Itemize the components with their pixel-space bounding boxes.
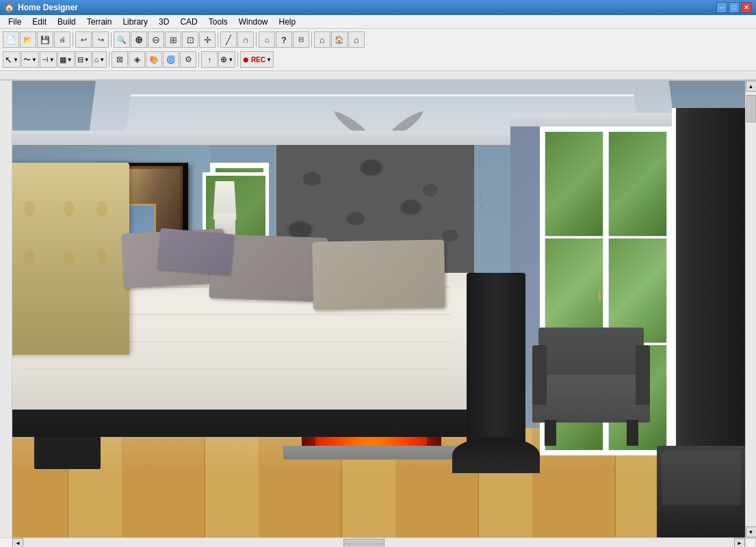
symbol-e-button[interactable]: ◈: [129, 51, 145, 68]
scene-cursor: [474, 195, 488, 209]
toolbar-secondary: ↖ ▼ 〜 ▼ ⊣ ▼ ▦ ▼ ⊟ ▼ ⌂ ▼: [3, 50, 753, 69]
texture-button[interactable]: 🌀: [163, 51, 179, 68]
symbol-g-button[interactable]: ⚙: [180, 51, 196, 68]
toolbar2-separator-1: [109, 52, 109, 67]
toolbar-primary: 📄 📂 💾 🖨 ↩ ↪ 🔍 ⊕ ⊖ ⊞ ⊡ ✛ ╱ ∩ ⌂ ? ⊟: [3, 30, 753, 49]
zoom-magnify-button[interactable]: 🔍: [114, 31, 130, 48]
minimize-button[interactable]: ─: [716, 2, 727, 13]
zoom-in-button[interactable]: ⊕: [131, 31, 147, 48]
menu-bar: File Edit Build Terrain Library 3D CAD T…: [0, 15, 756, 29]
pan-button[interactable]: ✛: [199, 31, 216, 48]
print-button[interactable]: 🖨: [54, 31, 70, 48]
scroll-thumb-horizontal[interactable]: [343, 539, 384, 547]
title-bar-left: 🏠 Home Designer: [4, 3, 78, 12]
roof-dropdown[interactable]: ⌂ ▼: [92, 51, 107, 68]
bed-foot-curve: [452, 437, 540, 473]
symbol-d-button[interactable]: ⊠: [112, 51, 128, 68]
open-button[interactable]: 📂: [20, 31, 36, 48]
dropdown-arrow-icon-8: ▼: [266, 57, 272, 63]
menu-tools[interactable]: Tools: [203, 16, 233, 28]
window-controls: ─ □ ✕: [716, 2, 752, 13]
toolbar-separator-2: [111, 32, 112, 47]
room-scene: [12, 81, 745, 537]
walls-dropdown[interactable]: ⊣ ▼: [40, 51, 57, 68]
house1-button[interactable]: ⌂: [314, 31, 330, 48]
scroll-up-button[interactable]: ▲: [746, 81, 757, 92]
menu-build[interactable]: Build: [52, 16, 81, 28]
draw-dropdown[interactable]: 〜 ▼: [21, 51, 39, 68]
symbol-i-dropdown[interactable]: ⊕ ▼: [218, 51, 235, 68]
draw-line-button[interactable]: ╱: [220, 31, 237, 48]
scroll-track-horizontal[interactable]: [23, 538, 734, 547]
armchair: [532, 328, 649, 446]
record-dropdown[interactable]: ⏺ REC ▼: [240, 51, 274, 68]
menu-3d[interactable]: 3D: [153, 16, 174, 28]
app-icon: 🏠: [4, 3, 14, 12]
help-button[interactable]: ?: [276, 31, 292, 48]
save-button[interactable]: 💾: [37, 31, 53, 48]
new-button[interactable]: 📄: [3, 31, 19, 48]
horizontal-scrollbar: ◄ ►: [0, 537, 756, 547]
chair-corner: [657, 446, 745, 537]
menu-terrain[interactable]: Terrain: [81, 16, 118, 28]
color-button[interactable]: 🎨: [146, 51, 162, 68]
stairs-dropdown[interactable]: ⊟ ▼: [75, 51, 92, 68]
fireplace-base: [283, 446, 473, 459]
view-b-button[interactable]: ⊟: [293, 31, 309, 48]
select-dropdown[interactable]: ↖ ▼: [3, 51, 21, 68]
scroll-down-button[interactable]: ▼: [746, 526, 757, 537]
menu-cad[interactable]: CAD: [174, 16, 203, 28]
dropdown-arrow-icon-2: ▼: [31, 57, 37, 63]
scroll-track-vertical[interactable]: [746, 92, 756, 526]
vertical-scrollbar[interactable]: ▲ ▼: [745, 81, 756, 537]
toolbar2-separator-3: [237, 52, 238, 67]
toolbar-area: 📄 📂 💾 🖨 ↩ ↪ 🔍 ⊕ ⊖ ⊞ ⊡ ✛ ╱ ∩ ⌂ ? ⊟: [0, 29, 756, 71]
pillow-3: [312, 239, 445, 310]
scroll-thumb-vertical[interactable]: [746, 95, 756, 122]
app-title: Home Designer: [18, 3, 78, 12]
undo-button[interactable]: ↩: [75, 31, 92, 48]
top-ruler: // ruler ticks rendered via CSS only - p…: [0, 71, 756, 81]
dropdown-arrow-icon-5: ▼: [84, 57, 90, 63]
maximize-button[interactable]: □: [729, 2, 740, 13]
menu-window[interactable]: Window: [233, 16, 274, 28]
left-ruler-strip: [0, 81, 12, 537]
scroll-left-button[interactable]: ◄: [12, 538, 23, 548]
plan-a-button[interactable]: ⌂: [259, 31, 275, 48]
pillow-4: [157, 228, 234, 276]
fit-button[interactable]: ⊞: [165, 31, 181, 48]
dropdown-arrow-icon: ▼: [13, 57, 18, 63]
bottom-right-corner: [745, 538, 756, 548]
dropdown-arrow-icon-3: ▼: [49, 57, 55, 63]
3d-viewport[interactable]: [12, 81, 745, 537]
toolbar-separator-5: [311, 32, 312, 47]
headboard: [12, 163, 129, 355]
rooms-dropdown[interactable]: ▦ ▼: [57, 51, 75, 68]
house2-button[interactable]: 🏠: [331, 31, 348, 48]
menu-edit[interactable]: Edit: [27, 16, 52, 28]
symbol-h-button[interactable]: ↑: [201, 51, 218, 68]
toolbar2-separator-2: [198, 52, 199, 67]
zoom-out-button[interactable]: ⊖: [148, 31, 164, 48]
main-area: ▲ ▼: [0, 81, 756, 537]
toolbar-separator-3: [218, 32, 218, 47]
scroll-right-button[interactable]: ►: [734, 538, 745, 548]
toolbar-separator-1: [73, 32, 73, 47]
menu-file[interactable]: File: [3, 16, 27, 28]
menu-library[interactable]: Library: [117, 16, 153, 28]
dropdown-arrow-icon-7: ▼: [228, 57, 233, 63]
dropdown-arrow-icon-6: ▼: [99, 57, 105, 63]
fit2-button[interactable]: ⊡: [182, 31, 198, 48]
draw-arc-button[interactable]: ∩: [237, 31, 254, 48]
toolbar-separator-4: [256, 32, 257, 47]
title-bar: 🏠 Home Designer ─ □ ✕: [0, 0, 756, 15]
menu-help[interactable]: Help: [273, 16, 301, 28]
redo-button[interactable]: ↪: [92, 31, 109, 48]
close-button[interactable]: ✕: [741, 2, 752, 13]
dropdown-arrow-icon-4: ▼: [67, 57, 73, 63]
house3-button[interactable]: ⌂: [348, 31, 365, 48]
crown-molding-back: [210, 131, 562, 144]
